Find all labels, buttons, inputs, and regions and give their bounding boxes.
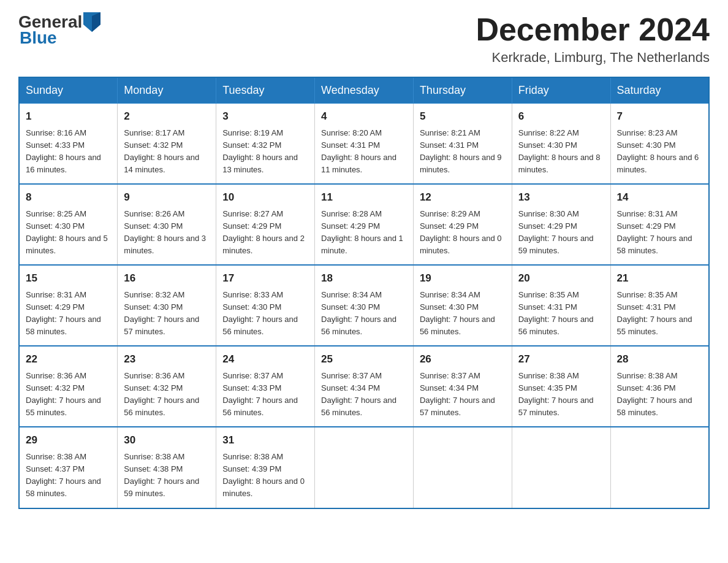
calendar-week-row: 29Sunrise: 8:38 AMSunset: 4:37 PMDayligh…	[19, 427, 709, 508]
calendar-cell: 4Sunrise: 8:20 AMSunset: 4:31 PMDaylight…	[315, 104, 414, 185]
day-number: 22	[26, 351, 111, 367]
calendar-cell: 21Sunrise: 8:35 AMSunset: 4:31 PMDayligh…	[610, 265, 709, 346]
day-number: 14	[617, 190, 702, 205]
col-header-thursday: Thursday	[413, 77, 512, 104]
day-info: Sunrise: 8:37 AMSunset: 4:34 PMDaylight:…	[321, 370, 407, 419]
day-info: Sunrise: 8:27 AMSunset: 4:29 PMDaylight:…	[222, 208, 308, 258]
day-info: Sunrise: 8:22 AMSunset: 4:30 PMDaylight:…	[518, 127, 604, 177]
day-number: 21	[617, 270, 702, 286]
day-info: Sunrise: 8:28 AMSunset: 4:29 PMDaylight:…	[321, 208, 407, 258]
calendar-cell: 1Sunrise: 8:16 AMSunset: 4:33 PMDaylight…	[19, 104, 118, 185]
calendar-cell: 15Sunrise: 8:31 AMSunset: 4:29 PMDayligh…	[19, 265, 118, 346]
day-number: 8	[26, 190, 111, 205]
calendar-cell: 2Sunrise: 8:17 AMSunset: 4:32 PMDaylight…	[118, 104, 216, 185]
col-header-sunday: Sunday	[19, 77, 118, 104]
day-info: Sunrise: 8:38 AMSunset: 4:36 PMDaylight:…	[617, 370, 702, 419]
calendar-cell: 6Sunrise: 8:22 AMSunset: 4:30 PMDaylight…	[512, 104, 610, 185]
day-info: Sunrise: 8:29 AMSunset: 4:29 PMDaylight:…	[420, 208, 506, 258]
day-number: 5	[420, 109, 506, 124]
calendar-cell: 29Sunrise: 8:38 AMSunset: 4:37 PMDayligh…	[19, 427, 118, 508]
calendar-cell: 26Sunrise: 8:37 AMSunset: 4:34 PMDayligh…	[413, 346, 512, 427]
calendar-week-row: 22Sunrise: 8:36 AMSunset: 4:32 PMDayligh…	[19, 346, 709, 427]
day-number: 23	[124, 351, 210, 367]
calendar-cell: 11Sunrise: 8:28 AMSunset: 4:29 PMDayligh…	[315, 184, 414, 265]
calendar-cell: 9Sunrise: 8:26 AMSunset: 4:30 PMDaylight…	[118, 184, 216, 265]
day-info: Sunrise: 8:35 AMSunset: 4:31 PMDaylight:…	[518, 289, 604, 339]
day-info: Sunrise: 8:33 AMSunset: 4:30 PMDaylight:…	[222, 289, 308, 339]
day-info: Sunrise: 8:23 AMSunset: 4:30 PMDaylight:…	[617, 127, 702, 177]
day-number: 4	[321, 109, 407, 124]
calendar-week-row: 15Sunrise: 8:31 AMSunset: 4:29 PMDayligh…	[19, 265, 709, 346]
calendar-cell: 25Sunrise: 8:37 AMSunset: 4:34 PMDayligh…	[315, 346, 414, 427]
day-number: 1	[26, 109, 111, 124]
calendar-cell: 20Sunrise: 8:35 AMSunset: 4:31 PMDayligh…	[512, 265, 610, 346]
day-number: 6	[518, 109, 604, 124]
col-header-friday: Friday	[512, 77, 610, 104]
day-number: 10	[222, 190, 308, 205]
day-info: Sunrise: 8:35 AMSunset: 4:31 PMDaylight:…	[617, 289, 702, 339]
day-info: Sunrise: 8:21 AMSunset: 4:31 PMDaylight:…	[420, 127, 506, 177]
day-number: 28	[617, 351, 702, 367]
calendar-cell: 16Sunrise: 8:32 AMSunset: 4:30 PMDayligh…	[118, 265, 216, 346]
day-info: Sunrise: 8:31 AMSunset: 4:29 PMDaylight:…	[26, 289, 111, 339]
day-number: 17	[222, 270, 308, 286]
day-info: Sunrise: 8:20 AMSunset: 4:31 PMDaylight:…	[321, 127, 407, 177]
day-number: 27	[518, 351, 604, 367]
day-info: Sunrise: 8:34 AMSunset: 4:30 PMDaylight:…	[420, 289, 506, 339]
day-number: 11	[321, 190, 407, 205]
day-info: Sunrise: 8:32 AMSunset: 4:30 PMDaylight:…	[124, 289, 210, 339]
calendar-cell: 5Sunrise: 8:21 AMSunset: 4:31 PMDaylight…	[413, 104, 512, 185]
day-number: 13	[518, 190, 604, 205]
calendar-cell	[512, 427, 610, 508]
logo-icon	[83, 12, 100, 32]
calendar-header-row: SundayMondayTuesdayWednesdayThursdayFrid…	[19, 77, 709, 104]
calendar-cell: 30Sunrise: 8:38 AMSunset: 4:38 PMDayligh…	[118, 427, 216, 508]
calendar-cell: 7Sunrise: 8:23 AMSunset: 4:30 PMDaylight…	[610, 104, 709, 185]
day-info: Sunrise: 8:17 AMSunset: 4:32 PMDaylight:…	[124, 127, 210, 177]
day-number: 25	[321, 351, 407, 367]
day-info: Sunrise: 8:16 AMSunset: 4:33 PMDaylight:…	[26, 127, 111, 177]
day-number: 26	[420, 351, 506, 367]
day-info: Sunrise: 8:37 AMSunset: 4:34 PMDaylight:…	[420, 370, 506, 419]
day-number: 9	[124, 190, 210, 205]
calendar-cell: 3Sunrise: 8:19 AMSunset: 4:32 PMDaylight…	[216, 104, 315, 185]
col-header-saturday: Saturday	[610, 77, 709, 104]
day-number: 24	[222, 351, 308, 367]
calendar-table: SundayMondayTuesdayWednesdayThursdayFrid…	[18, 77, 710, 508]
day-info: Sunrise: 8:36 AMSunset: 4:32 PMDaylight:…	[124, 370, 210, 419]
day-number: 19	[420, 270, 506, 286]
logo: General Blue	[18, 12, 100, 48]
calendar-cell: 12Sunrise: 8:29 AMSunset: 4:29 PMDayligh…	[413, 184, 512, 265]
day-info: Sunrise: 8:37 AMSunset: 4:33 PMDaylight:…	[222, 370, 308, 419]
calendar-week-row: 8Sunrise: 8:25 AMSunset: 4:30 PMDaylight…	[19, 184, 709, 265]
logo-blue-text: Blue	[20, 28, 57, 48]
day-number: 2	[124, 109, 210, 124]
day-info: Sunrise: 8:34 AMSunset: 4:30 PMDaylight:…	[321, 289, 407, 339]
day-info: Sunrise: 8:38 AMSunset: 4:38 PMDaylight:…	[124, 451, 210, 500]
calendar-subtitle: Kerkrade, Limburg, The Netherlands	[476, 50, 710, 66]
calendar-cell	[610, 427, 709, 508]
page-header: General Blue December 2024 Kerkrade, Lim…	[18, 12, 710, 66]
day-number: 12	[420, 190, 506, 205]
calendar-cell: 28Sunrise: 8:38 AMSunset: 4:36 PMDayligh…	[610, 346, 709, 427]
calendar-cell: 8Sunrise: 8:25 AMSunset: 4:30 PMDaylight…	[19, 184, 118, 265]
calendar-cell	[315, 427, 414, 508]
day-number: 16	[124, 270, 210, 286]
day-info: Sunrise: 8:25 AMSunset: 4:30 PMDaylight:…	[26, 208, 111, 258]
day-number: 29	[26, 432, 111, 448]
calendar-cell: 10Sunrise: 8:27 AMSunset: 4:29 PMDayligh…	[216, 184, 315, 265]
day-number: 7	[617, 109, 702, 124]
day-number: 15	[26, 270, 111, 286]
calendar-cell: 27Sunrise: 8:38 AMSunset: 4:35 PMDayligh…	[512, 346, 610, 427]
calendar-cell: 14Sunrise: 8:31 AMSunset: 4:29 PMDayligh…	[610, 184, 709, 265]
day-info: Sunrise: 8:38 AMSunset: 4:37 PMDaylight:…	[26, 451, 111, 500]
day-number: 18	[321, 270, 407, 286]
col-header-wednesday: Wednesday	[315, 77, 414, 104]
day-number: 30	[124, 432, 210, 448]
col-header-monday: Monday	[118, 77, 216, 104]
calendar-cell: 18Sunrise: 8:34 AMSunset: 4:30 PMDayligh…	[315, 265, 414, 346]
day-info: Sunrise: 8:30 AMSunset: 4:29 PMDaylight:…	[518, 208, 604, 258]
day-number: 31	[222, 432, 308, 448]
day-number: 20	[518, 270, 604, 286]
day-info: Sunrise: 8:38 AMSunset: 4:39 PMDaylight:…	[222, 451, 308, 500]
